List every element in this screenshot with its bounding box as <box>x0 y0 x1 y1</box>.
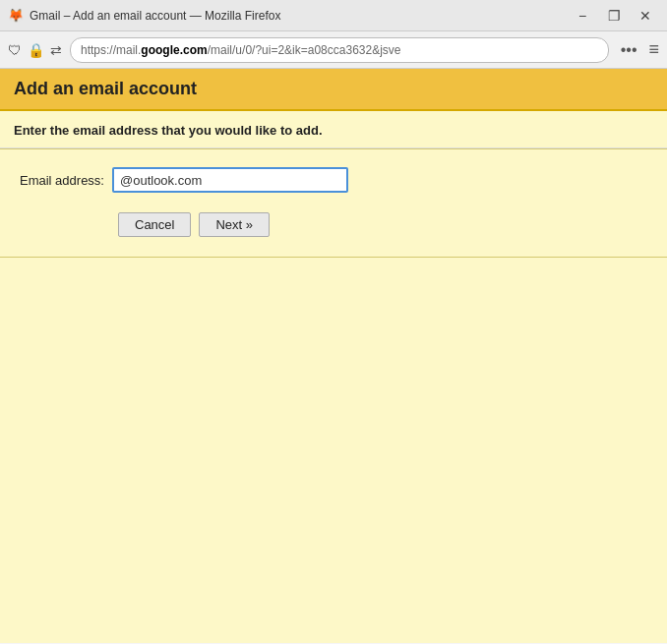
url-bar-icons: 🛡 🔒 ⇄ <box>8 42 62 58</box>
url-field[interactable]: https://mail.google.com/mail/u/0/?ui=2&i… <box>70 37 609 63</box>
title-bar: 🦊 Gmail – Add an email account — Mozilla… <box>0 0 667 31</box>
menu-icon[interactable]: ≡ <box>648 39 659 60</box>
instruction-text: Enter the email address that you would l… <box>0 111 667 148</box>
cancel-button[interactable]: Cancel <box>118 212 191 237</box>
url-suffix: /mail/u/0/?ui=2&ik=a08cca3632&jsve <box>208 43 401 57</box>
url-bar: 🛡 🔒 ⇄ https://mail.google.com/mail/u/0/?… <box>0 31 667 69</box>
next-button[interactable]: Next » <box>199 212 270 237</box>
tracking-icon[interactable]: ⇄ <box>50 42 62 58</box>
window-controls: − ❐ ✕ <box>569 5 659 27</box>
page-header: Add an email account <box>0 69 667 111</box>
more-options-icon[interactable]: ••• <box>617 41 641 59</box>
bottom-separator <box>0 257 667 258</box>
browser-icon: 🦊 <box>8 8 24 24</box>
lock-icon[interactable]: 🔒 <box>28 42 44 58</box>
page-content: Enter the email address that you would l… <box>0 111 667 643</box>
email-form-row: Email address: <box>20 167 647 193</box>
url-domain: google.com <box>141 43 207 57</box>
page-title: Add an email account <box>14 79 653 99</box>
button-row: Cancel Next » <box>20 212 647 237</box>
minimize-button[interactable]: − <box>569 5 596 27</box>
shield-icon[interactable]: 🛡 <box>8 42 22 58</box>
email-label: Email address: <box>20 173 104 188</box>
restore-button[interactable]: ❐ <box>600 5 628 27</box>
close-button[interactable]: ✕ <box>632 5 659 27</box>
url-prefix: https://mail. <box>81 43 141 57</box>
email-input[interactable] <box>112 167 348 193</box>
title-bar-left: 🦊 Gmail – Add an email account — Mozilla… <box>8 8 280 24</box>
window-title: Gmail – Add an email account — Mozilla F… <box>30 9 280 23</box>
form-area: Email address: Cancel Next » <box>0 149 667 257</box>
